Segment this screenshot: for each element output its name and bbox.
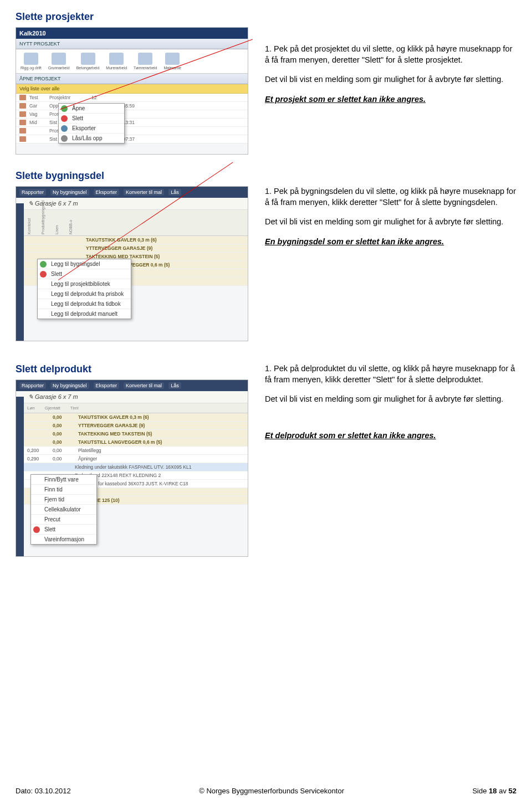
tb-las[interactable]: Lås xyxy=(168,382,181,389)
tb-ny[interactable]: Ny bygningsdel xyxy=(50,189,89,196)
dp-item[interactable]: 0,00TAKUTSTILL LANGVEGGER 0,6 m (5) xyxy=(24,438,248,447)
bd-warn: Det vil bli vist en melding som gir muli… xyxy=(265,217,516,228)
bd-item[interactable]: YTTERVEGGER GARASJE (9) xyxy=(24,244,248,253)
ctx-remove-time[interactable]: Fjern tid xyxy=(31,495,96,505)
tb-eksporter[interactable]: Eksporter xyxy=(94,382,120,389)
tool-grunn[interactable]: Grunnarbeid xyxy=(48,53,70,70)
ctx-find-time[interactable]: Finn tid xyxy=(31,485,96,495)
context-menu-project: Åpne Slett Eksporter Lås/Lås opp xyxy=(58,103,125,143)
paint-icon xyxy=(19,103,26,109)
project-row[interactable]: VagProsjektnr10 xyxy=(16,110,248,119)
ctx-precut[interactable]: Precut xyxy=(31,515,96,525)
sidebar-tab[interactable] xyxy=(16,203,24,341)
footer-date: Dato: 03.10.2012 xyxy=(16,787,71,795)
export-icon xyxy=(61,125,68,132)
screenshot-projects: Kalk2010 NYTT PROSJEKT Rigg og drift Gru… xyxy=(16,27,248,155)
dp-item[interactable]: 0,00TAKUTSTIKK GAVLER 0,3 m (6) xyxy=(24,413,248,422)
dp-toolbar: Rapporter Ny bygningsdel Eksporter Konve… xyxy=(16,380,248,391)
bd-item[interactable]: TAKUTSTIKK GAVLER 0,3 m (6) xyxy=(24,236,248,244)
proj-irrev: Et prosjekt som er slettet kan ikke angr… xyxy=(265,94,516,105)
tb-las[interactable]: Lås xyxy=(168,189,181,196)
dp-cols: Løn Gjentatt Tim! xyxy=(24,403,248,413)
sidebar-tab[interactable] xyxy=(16,397,24,556)
footer-copyright: © Norges Byggmesterforbunds Servicekonto… xyxy=(199,787,344,795)
ctx-cellcalc[interactable]: Cellekalkulator xyxy=(31,505,96,515)
tool-murer[interactable]: Murerarbeid xyxy=(106,53,127,70)
project-row[interactable]: MidSist endret10.11.2010 15:13:31 xyxy=(16,119,248,127)
tool-icon xyxy=(165,53,180,65)
tool-icon xyxy=(138,53,152,65)
ctx-add-lib[interactable]: Legg til prosjektbibliotek xyxy=(38,279,131,289)
dp-item[interactable]: 0,2900,00Åpninger xyxy=(24,455,248,463)
ctx-delete-bd[interactable]: Slett xyxy=(38,269,131,279)
ctx-delete[interactable]: Slett xyxy=(59,114,124,124)
delete-icon xyxy=(61,115,68,122)
tool-maler[interactable]: Malerarbe xyxy=(163,53,181,70)
tool-icon xyxy=(81,53,95,65)
tool-icon xyxy=(52,53,66,65)
project-row[interactable]: TestProsjektnr12 xyxy=(16,94,248,102)
screenshot-1-wrap: Kalk2010 NYTT PROSJEKT Rigg og drift Gru… xyxy=(16,27,248,155)
tool-tomrer[interactable]: Tømrerarbeid xyxy=(134,53,157,70)
heading-delete-building-part: Slette bygningsdel xyxy=(16,170,516,182)
ctx-open[interactable]: Åpne xyxy=(59,104,124,114)
project-row[interactable]: Prosjektnr9 xyxy=(16,127,248,135)
screenshot-2-wrap: Rapporter Ny bygningsdel Eksporter Konve… xyxy=(16,186,248,341)
dp-item[interactable]: 0,00YTTERVEGGER GARASJE (9) xyxy=(24,422,248,430)
dp-warn: Det vil bli vist en melding som gir muli… xyxy=(265,394,516,405)
heading-delete-subproduct: Slett delprodukt xyxy=(16,363,248,375)
tb-konverter[interactable]: Konverter til mal xyxy=(124,189,164,196)
footer-page: Side 18 av 52 xyxy=(472,787,516,795)
dp-item[interactable]: 0,2000,00Platetillegg xyxy=(24,447,248,455)
proj-warn: Det vil bli vist en melding som gir muli… xyxy=(265,74,516,85)
paint-icon xyxy=(19,111,26,117)
ctx-delete-dp[interactable]: Slett xyxy=(31,525,96,535)
proj-step1: 1. Pek på det prosjektet du vil slette, … xyxy=(265,44,516,65)
delete-icon xyxy=(40,271,47,278)
screenshot-subproduct: Rapporter Ny bygningsdel Eksporter Konve… xyxy=(16,380,248,557)
bd-project-title: ✎ Garasje 6 x 7 m xyxy=(24,198,248,210)
ctx-add-manual[interactable]: Legg til delprodukt manuelt xyxy=(38,309,131,319)
tb-eksporter[interactable]: Eksporter xyxy=(94,189,120,196)
ctx-add-time[interactable]: Legg til delprodukt fra tidbok xyxy=(38,299,131,309)
dp-project-title: ✎ Garasje 6 x 7 m xyxy=(24,391,248,403)
project-list: TestProsjektnr12 GarOpprettet11.11.2010 … xyxy=(16,94,248,143)
instructions-bd: 1. Pek på bygningsdelen du vil slette, o… xyxy=(265,186,516,341)
tool-rigg[interactable]: Rigg og drift xyxy=(21,53,42,70)
ctx-export[interactable]: Eksporter xyxy=(59,124,124,134)
ctx-add-price[interactable]: Legg til delprodukt fra prisbok xyxy=(38,289,131,299)
ctx-add-bd[interactable]: Legg til bygningsdel xyxy=(38,259,131,269)
ctx-lock[interactable]: Lås/Lås opp xyxy=(59,134,124,143)
heading-delete-projects: Slette prosjekter xyxy=(16,11,516,23)
add-icon xyxy=(40,261,47,268)
project-row[interactable]: GarOpprettet11.11.2010 07:45:59 xyxy=(16,102,248,110)
paint-icon xyxy=(19,95,26,100)
dp-item-highlight[interactable]: Kledning under takutstikk FASPANEL UTV. … xyxy=(24,463,248,471)
instructions-proj: 1. Pek på det prosjektet du vil slette, … xyxy=(265,27,516,155)
ctx-find-replace[interactable]: Finn/Bytt vare xyxy=(31,475,96,485)
tb-konverter[interactable]: Konverter til mal xyxy=(124,382,164,389)
tb-rapporter[interactable]: Rapporter xyxy=(19,382,46,389)
paint-icon xyxy=(19,136,26,142)
page-footer: Dato: 03.10.2012 © Norges Byggmesterforb… xyxy=(16,787,516,795)
velg-liste[interactable]: Velg liste over alle xyxy=(16,84,248,94)
dp-irrev: Et delprodukt som er slettet kan ikke an… xyxy=(265,430,516,442)
tool-betong[interactable]: Betongarbeid xyxy=(76,53,100,70)
paint-icon xyxy=(19,128,26,134)
dp-step1: 1. Pek på delproduktet du vil slette, og… xyxy=(265,363,516,385)
lock-icon xyxy=(61,135,68,142)
row-3: Slett delprodukt Rapporter Ny bygningsde… xyxy=(16,363,516,557)
screenshot-3-wrap: Slett delprodukt Rapporter Ny bygningsde… xyxy=(16,363,248,557)
context-menu-bd: Legg til bygningsdel Slett Legg til pros… xyxy=(37,259,131,319)
row-1: Kalk2010 NYTT PROSJEKT Rigg og drift Gru… xyxy=(16,27,516,155)
ctx-vareinfo[interactable]: Vareinformasjon xyxy=(31,535,96,544)
app-title: Kalk2010 xyxy=(16,28,248,39)
dp-item[interactable]: 0,00TAKTEKKING MED TAKSTEIN (5) xyxy=(24,430,248,438)
tool-icon xyxy=(109,53,124,65)
tb-ny[interactable]: Ny bygningsdel xyxy=(50,382,89,389)
bd-step1: 1. Pek på bygningsdelen du vil slette, o… xyxy=(265,186,516,208)
nytt-prosjekt-bar: NYTT PROSJEKT xyxy=(16,39,248,49)
tool-icon xyxy=(24,53,38,65)
tb-rapporter[interactable]: Rapporter xyxy=(19,189,46,196)
project-row[interactable]: Sist endret10.11.2010 13:07:37 xyxy=(16,135,248,143)
